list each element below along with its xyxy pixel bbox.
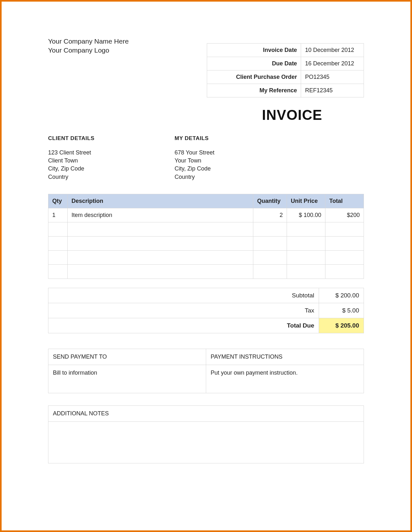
invoice-title: INVOICE	[48, 107, 322, 123]
items-table: Qty Description Quantity Unit Price Tota…	[48, 194, 364, 279]
items-header-desc: Description	[68, 194, 253, 208]
payment-instructions-heading: PAYMENT INSTRUCTIONS	[206, 349, 364, 365]
header-row: Your Company Name Here Your Company Logo…	[48, 37, 364, 97]
totals-label: Tax	[48, 303, 319, 318]
items-header-unit: Unit Price	[287, 194, 325, 208]
item-quantity	[253, 250, 287, 264]
meta-row-invoice-date: Invoice Date 10 December 2012	[207, 44, 364, 57]
client-details: CLIENT DETAILS 123 Client Street Client …	[48, 135, 95, 181]
payment-table: SEND PAYMENT TO PAYMENT INSTRUCTIONS Bil…	[48, 349, 364, 393]
client-line: Country	[48, 173, 95, 181]
details-row: CLIENT DETAILS 123 Client Street Client …	[48, 135, 364, 181]
payment-send-to-body: Bill to information	[48, 365, 206, 393]
payment-header-row: SEND PAYMENT TO PAYMENT INSTRUCTIONS	[48, 349, 364, 365]
items-header-quantity: Quantity	[253, 194, 287, 208]
item-total	[325, 236, 364, 250]
company-block: Your Company Name Here Your Company Logo	[48, 37, 129, 55]
item-unit	[287, 236, 325, 250]
my-details: MY DETAILS 678 Your Street Your Town Cit…	[175, 135, 214, 181]
items-row	[48, 236, 364, 250]
item-desc	[68, 236, 253, 250]
meta-table: Invoice Date 10 December 2012 Due Date 1…	[207, 43, 364, 97]
items-header-qty: Qty	[48, 194, 68, 208]
my-line: Country	[175, 173, 214, 181]
client-line: City, Zip Code	[48, 165, 95, 173]
items-row	[48, 264, 364, 278]
meta-label: Due Date	[207, 57, 301, 71]
item-quantity	[253, 264, 287, 278]
client-line: Client Town	[48, 157, 95, 165]
notes-heading: ADDITIONAL NOTES	[48, 405, 364, 421]
item-qty	[48, 222, 68, 236]
item-desc: Item description	[68, 208, 253, 222]
meta-value: PO12345	[301, 71, 364, 84]
item-qty: 1	[48, 208, 68, 222]
notes-body	[48, 421, 364, 463]
totals-value: $ 5.00	[319, 303, 364, 318]
client-details-heading: CLIENT DETAILS	[48, 135, 95, 142]
company-logo-text: Your Company Logo	[48, 46, 129, 55]
meta-row-ref: My Reference REF12345	[207, 84, 364, 97]
totals-label: Subtotal	[48, 288, 319, 303]
item-unit: $ 100.00	[287, 208, 325, 222]
payment-body-row: Bill to information Put your own payment…	[48, 365, 364, 393]
meta-value: 16 December 2012	[301, 57, 364, 71]
item-unit	[287, 222, 325, 236]
items-row	[48, 222, 364, 236]
item-total	[325, 264, 364, 278]
items-header-total: Total	[325, 194, 364, 208]
item-total	[325, 222, 364, 236]
totals-table: Subtotal $ 200.00 Tax $ 5.00 Total Due $…	[48, 288, 364, 333]
my-line: 678 Your Street	[175, 149, 214, 157]
item-total: $200	[325, 208, 364, 222]
items-row: 1 Item description 2 $ 100.00 $200	[48, 208, 364, 222]
payment-send-to-heading: SEND PAYMENT TO	[48, 349, 206, 365]
totals-row-due: Total Due $ 205.00	[48, 318, 364, 333]
items-header-row: Qty Description Quantity Unit Price Tota…	[48, 194, 364, 208]
notes-body-row	[48, 421, 364, 463]
item-desc	[68, 264, 253, 278]
item-qty	[48, 236, 68, 250]
meta-row-due-date: Due Date 16 December 2012	[207, 57, 364, 71]
items-row	[48, 250, 364, 264]
item-quantity	[253, 222, 287, 236]
meta-label: Invoice Date	[207, 44, 301, 57]
notes-table: ADDITIONAL NOTES	[48, 405, 364, 463]
totals-row-subtotal: Subtotal $ 200.00	[48, 288, 364, 303]
totals-row-tax: Tax $ 5.00	[48, 303, 364, 318]
item-unit	[287, 250, 325, 264]
item-desc	[68, 222, 253, 236]
item-desc	[68, 250, 253, 264]
client-line: 123 Client Street	[48, 149, 95, 157]
invoice-document: Your Company Name Here Your Company Logo…	[0, 0, 412, 532]
item-quantity	[253, 236, 287, 250]
my-details-heading: MY DETAILS	[175, 135, 214, 142]
notes-header-row: ADDITIONAL NOTES	[48, 405, 364, 421]
item-total	[325, 250, 364, 264]
meta-label: My Reference	[207, 84, 301, 97]
my-line: City, Zip Code	[175, 165, 214, 173]
my-line: Your Town	[175, 157, 214, 165]
item-quantity: 2	[253, 208, 287, 222]
item-qty	[48, 250, 68, 264]
meta-label: Client Purchase Order	[207, 71, 301, 84]
item-unit	[287, 264, 325, 278]
totals-value: $ 200.00	[319, 288, 364, 303]
payment-instructions-body: Put your own payment instruction.	[206, 365, 364, 393]
meta-value: 10 December 2012	[301, 44, 364, 57]
item-qty	[48, 264, 68, 278]
totals-label: Total Due	[48, 318, 319, 333]
company-name: Your Company Name Here	[48, 37, 129, 46]
totals-value-due: $ 205.00	[319, 318, 364, 333]
meta-value: REF12345	[301, 84, 364, 97]
meta-row-po: Client Purchase Order PO12345	[207, 71, 364, 84]
